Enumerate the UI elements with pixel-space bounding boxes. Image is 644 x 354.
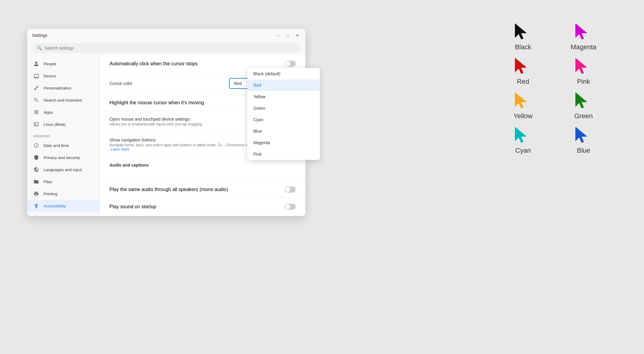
dropdown-option-black[interactable]: Black (default) — [247, 68, 320, 80]
cursor-label-yellow: Yellow — [514, 112, 533, 120]
cursor-preview-black: Black — [499, 23, 547, 51]
search-icon: 🔍 — [37, 46, 42, 50]
open-mouse-label: Open mouse and touchpad device settings — [109, 117, 190, 122]
sidebar-item-device[interactable]: Device — [27, 70, 99, 82]
dropdown-option-green[interactable]: Green — [247, 102, 320, 114]
person-icon — [33, 61, 39, 67]
cursor-label-magenta: Magenta — [571, 43, 597, 51]
sidebar-label-files: Files — [44, 180, 52, 184]
dropdown-option-cyan[interactable]: Cyan — [247, 114, 320, 125]
sidebar-label-privacy: Privacy and security — [44, 155, 80, 160]
dropdown-option-yellow[interactable]: Yellow — [247, 91, 320, 102]
svg-marker-5 — [576, 93, 587, 108]
cursor-preview-cyan: Cyan — [499, 126, 547, 154]
auto-click-label: Automatically click when the cursor stop… — [109, 61, 198, 67]
grid-icon — [33, 109, 39, 115]
laptop-icon — [33, 73, 39, 79]
cursor-icon-yellow — [514, 92, 532, 110]
dropdown-option-pink[interactable]: Pink — [247, 148, 320, 160]
cursor-preview-yellow: Yellow — [499, 92, 547, 120]
sidebar-item-date-time[interactable]: Date and time — [27, 139, 99, 151]
cursor-label-red: Red — [517, 78, 529, 86]
sidebar-item-linux[interactable]: Linux (Beta) — [27, 118, 99, 130]
mono-audio-toggle[interactable] — [285, 187, 296, 193]
sidebar-item-people[interactable]: People — [27, 58, 99, 70]
cursor-icon-black — [514, 23, 532, 41]
sidebar-item-reset[interactable]: Reset settings — [27, 212, 99, 216]
sidebar-item-accessibility[interactable]: Accessibility — [27, 200, 99, 212]
sidebar-item-search[interactable]: Search and Assistant — [27, 94, 99, 106]
sidebar-label-people: People — [44, 62, 56, 66]
sidebar-label-linux: Linux (Beta) — [44, 122, 66, 127]
sidebar-label-personalization: Personalization — [44, 86, 71, 90]
sidebar-item-personalization[interactable]: Personalization — [27, 82, 99, 94]
search-icon — [33, 97, 39, 103]
print-icon — [33, 191, 39, 197]
cursor-label-black: Black — [515, 43, 531, 51]
mono-audio-label: Play the same audio through all speakers… — [109, 187, 228, 192]
window-title: Settings — [32, 33, 47, 38]
sidebar-item-apps[interactable]: Apps — [27, 106, 99, 118]
search-bar: 🔍 — [32, 43, 301, 53]
cursor-preview-green: Green — [559, 92, 608, 120]
captions-row — [100, 170, 305, 181]
svg-marker-6 — [515, 127, 526, 142]
sidebar-item-languages[interactable]: Languages and input — [27, 164, 99, 176]
sidebar-label-printing: Printing — [44, 192, 57, 196]
cursor-icon-cyan — [514, 126, 532, 144]
terminal-icon — [33, 121, 39, 127]
cursor-icon-pink — [574, 57, 593, 75]
close-button[interactable]: ✕ — [294, 32, 301, 38]
learn-more-link[interactable]: Learn more — [111, 147, 129, 151]
globe-icon — [33, 167, 39, 173]
shield-icon — [33, 154, 39, 161]
sidebar-item-files[interactable]: Files — [27, 176, 99, 188]
cursor-preview-magenta: Magenta — [559, 23, 608, 51]
title-bar: Settings − □ ✕ — [27, 29, 305, 42]
cursor-icon-blue — [574, 126, 593, 144]
auto-click-toggle[interactable] — [285, 61, 296, 67]
sidebar-label-device: Device — [44, 74, 56, 78]
sidebar-item-printing[interactable]: Printing — [27, 188, 99, 200]
sidebar-label-reset: Reset settings — [44, 216, 70, 216]
cursor-preview-red: Red — [499, 57, 547, 86]
svg-marker-1 — [576, 24, 587, 39]
title-bar-controls: − □ ✕ — [275, 32, 301, 38]
cursor-label-blue: Blue — [577, 147, 590, 154]
cursor-color-dropdown-menu: Black (default) Red Yellow Green Cyan Bl… — [247, 68, 320, 160]
accessibility-icon — [33, 203, 39, 209]
mono-audio-row: Play the same audio through all speakers… — [100, 181, 305, 198]
svg-marker-4 — [515, 93, 526, 108]
startup-sound-row: Play sound on startup — [100, 198, 305, 216]
dropdown-option-red[interactable]: Red — [247, 80, 320, 91]
cursor-icon-green — [574, 92, 593, 110]
brush-icon — [33, 85, 39, 91]
search-bar-row: 🔍 — [27, 42, 305, 55]
sidebar-label-apps: Apps — [44, 110, 53, 115]
cursor-label-green: Green — [574, 112, 593, 120]
sidebar-label-languages: Languages and input — [44, 167, 82, 172]
search-input[interactable] — [44, 46, 296, 50]
sidebar-label-search: Search and Assistant — [44, 98, 82, 102]
dropdown-option-magenta[interactable]: Magenta — [247, 137, 320, 148]
sidebar-label-accessibility: Accessibility — [44, 204, 66, 208]
dropdown-option-blue[interactable]: Blue — [247, 125, 320, 137]
cursor-label-cyan: Cyan — [515, 147, 531, 154]
cursor-preview-panel: Black Magenta Red Pink — [493, 17, 614, 161]
sidebar: People Device Personalization Search and… — [27, 55, 100, 216]
minimize-button[interactable]: − — [275, 32, 281, 38]
cursor-color-value: Red — [234, 81, 242, 86]
startup-sound-toggle[interactable] — [285, 204, 296, 210]
open-mouse-sub: Allows you to enable/disable tap-to-clic… — [109, 122, 202, 126]
advanced-section-label: Advanced — [27, 130, 99, 139]
sidebar-label-date-time: Date and time — [44, 143, 69, 148]
sidebar-item-privacy[interactable]: Privacy and security — [27, 151, 99, 164]
cursor-icon-red — [514, 57, 532, 75]
startup-sound-label: Play sound on startup — [109, 204, 156, 209]
cursor-label-pink: Pink — [577, 78, 590, 86]
highlight-label: Highlight the mouse cursor when it's mov… — [109, 100, 204, 106]
svg-marker-2 — [515, 58, 526, 73]
svg-marker-3 — [576, 58, 587, 73]
reset-icon — [33, 215, 39, 216]
maximize-button[interactable]: □ — [285, 32, 291, 38]
